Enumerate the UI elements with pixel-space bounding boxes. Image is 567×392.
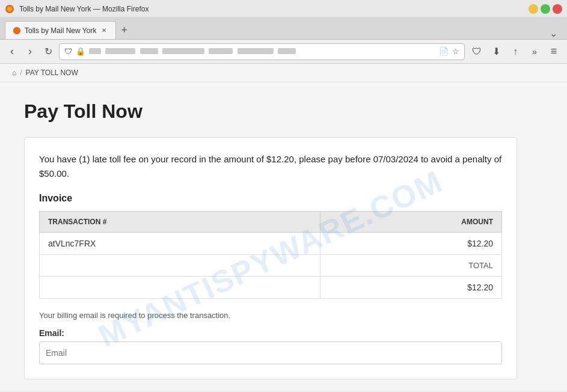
page-title: Pay Toll Now: [24, 100, 543, 123]
main-content: Pay Toll Now MYANTISPYWARE.COM You have …: [0, 82, 567, 390]
email-input[interactable]: [39, 341, 502, 364]
breadcrumb: ⌂ / PAY TOLL NOW: [0, 64, 567, 82]
menu-button[interactable]: ≡: [545, 43, 562, 60]
toolbar-icons: 🛡 ⬇ ↑ » ≡: [468, 43, 562, 60]
tab-bar: Tolls by Mail New York ✕ + ⌄: [0, 18, 567, 40]
active-tab[interactable]: Tolls by Mail New York ✕: [5, 21, 116, 39]
total-label-cell: TOTAL: [320, 255, 502, 277]
notice-text: You have (1) late toll fee on your recor…: [39, 152, 502, 181]
breadcrumb-separator: /: [20, 69, 22, 77]
tab-bar-right: ⌄: [545, 28, 562, 39]
breadcrumb-current: PAY TOLL NOW: [26, 69, 78, 77]
window-controls: [529, 4, 562, 14]
billing-note: Your billing email is required to proces…: [39, 311, 502, 320]
share-icon[interactable]: ↑: [507, 43, 524, 60]
title-bar: Tolls by Mail New York — Mozilla Firefox: [0, 0, 567, 18]
breadcrumb-home-icon[interactable]: ⌂: [12, 69, 16, 77]
svg-point-1: [7, 7, 12, 11]
browser-title: Tolls by Mail New York — Mozilla Firefox: [19, 5, 149, 13]
amount-cell: $12.20: [320, 233, 502, 255]
transaction-number-cell: atVLnc7FRX: [40, 233, 320, 255]
pocket-icon[interactable]: 🛡: [468, 43, 485, 60]
email-label: Email:: [39, 328, 502, 338]
download-icon[interactable]: ⬇: [488, 43, 504, 60]
url-bar[interactable]: 🛡 🔒 📄 ☆: [59, 43, 465, 60]
address-bar: ‹ › ↻ 🛡 🔒 📄 ☆ 🛡 ⬇ ↑ » ≡: [0, 40, 567, 64]
url-text: [89, 47, 435, 56]
reader-mode-icon[interactable]: 📄: [439, 47, 449, 56]
svg-point-2: [13, 26, 20, 34]
minimize-button[interactable]: [529, 4, 538, 14]
forward-button[interactable]: ›: [23, 44, 37, 59]
invoice-box: MYANTISPYWARE.COM You have (1) late toll…: [24, 137, 517, 379]
title-bar-left: Tolls by Mail New York — Mozilla Firefox: [5, 4, 149, 14]
total-label-row: TOTAL: [40, 255, 502, 277]
invoice-table: TRANSACTION # AMOUNT atVLnc7FRX $12.20 T…: [39, 211, 502, 299]
close-window-button[interactable]: [553, 4, 562, 14]
refresh-button[interactable]: ↻: [41, 44, 55, 59]
security-icon: 🛡: [64, 47, 72, 56]
total-value-row: $12.20: [40, 277, 502, 299]
invoice-label: Invoice: [39, 193, 502, 204]
lock-icon: 🔒: [76, 47, 85, 56]
close-tab-button[interactable]: ✕: [100, 26, 108, 35]
more-tools-icon[interactable]: »: [526, 43, 543, 60]
firefox-icon: [5, 4, 14, 14]
back-button[interactable]: ‹: [5, 44, 19, 59]
tab-label: Tolls by Mail New York: [25, 26, 96, 35]
tab-favicon: [13, 26, 21, 35]
new-tab-button[interactable]: +: [116, 21, 132, 39]
bookmark-icon[interactable]: ☆: [452, 47, 459, 56]
table-header-transaction: TRANSACTION #: [40, 212, 320, 233]
maximize-button[interactable]: [541, 4, 550, 14]
table-header-amount: AMOUNT: [320, 212, 502, 233]
total-value-cell: $12.20: [320, 277, 502, 299]
tab-list-button[interactable]: ⌄: [545, 28, 562, 39]
table-row: atVLnc7FRX $12.20: [40, 233, 502, 255]
